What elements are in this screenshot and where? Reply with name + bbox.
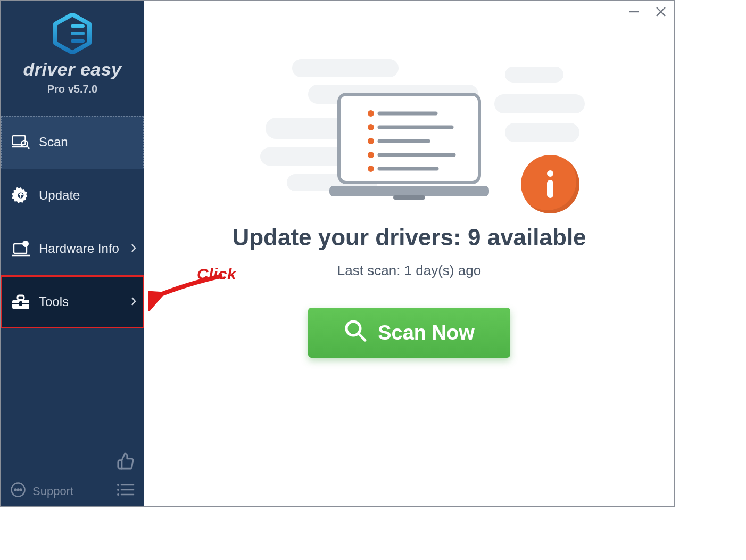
support-link[interactable]: Support	[10, 482, 73, 501]
last-scan-prefix: Last scan:	[337, 262, 404, 278]
svg-point-13	[15, 489, 16, 491]
scan-now-label: Scan Now	[378, 322, 475, 344]
svg-rect-9	[18, 295, 24, 300]
svg-point-16	[117, 484, 119, 486]
sidebar-item-tools[interactable]: Tools	[1, 275, 144, 328]
sidebar-item-scan[interactable]: Scan	[1, 116, 144, 169]
svg-rect-39	[547, 180, 553, 198]
svg-rect-11	[19, 301, 22, 306]
svg-line-41	[359, 334, 365, 340]
app-window: driver easy Pro v5.7.0 Scan	[0, 0, 675, 507]
laptop-icon	[324, 92, 494, 206]
hero-illustration	[207, 43, 611, 203]
svg-point-2	[21, 141, 28, 147]
headline-suffix: available	[480, 224, 586, 250]
feedback-thumbs-up-icon[interactable]	[117, 452, 135, 472]
sidebar-item-hardware-info[interactable]: i Hardware Info	[1, 222, 144, 275]
sidebar-nav: Scan Update	[1, 116, 144, 328]
brand-name: driver easy	[1, 59, 144, 80]
svg-point-30	[368, 124, 374, 130]
svg-point-38	[547, 170, 553, 177]
logo-block: driver easy Pro v5.7.0	[1, 1, 144, 105]
app-logo-icon	[1, 13, 144, 54]
svg-point-18	[117, 489, 119, 491]
info-badge-icon	[521, 155, 579, 213]
sidebar-footer: Support	[1, 482, 144, 501]
hardware-info-icon: i	[10, 241, 31, 257]
svg-line-3	[27, 146, 30, 149]
svg-point-15	[20, 489, 22, 491]
close-button[interactable]	[655, 6, 667, 20]
svg-point-32	[368, 138, 374, 144]
chevron-right-icon	[130, 241, 137, 256]
app-version: Pro v5.7.0	[1, 83, 144, 95]
chat-icon	[10, 482, 26, 501]
last-scan: Last scan: 1 day(s) ago	[337, 262, 481, 279]
headline-prefix: Update your drivers:	[232, 224, 468, 250]
sidebar: driver easy Pro v5.7.0 Scan	[1, 1, 144, 506]
svg-text:i: i	[25, 241, 27, 247]
svg-point-28	[368, 110, 374, 117]
minimize-button[interactable]	[628, 6, 640, 20]
headline: Update your drivers: 9 available	[232, 224, 586, 251]
scan-now-button[interactable]: Scan Now	[308, 308, 510, 358]
gear-icon	[10, 186, 31, 204]
menu-list-icon[interactable]	[117, 483, 135, 500]
window-controls	[628, 6, 667, 20]
svg-point-36	[368, 166, 374, 172]
svg-point-14	[18, 489, 19, 491]
main-panel: Update your drivers: 9 available Last sc…	[144, 1, 674, 506]
chevron-right-icon	[130, 294, 137, 309]
support-label: Support	[32, 484, 73, 498]
sidebar-item-label: Hardware Info	[39, 241, 119, 256]
svg-rect-26	[329, 186, 489, 196]
monitor-search-icon	[10, 134, 31, 150]
last-scan-value: 1 day(s) ago	[404, 262, 482, 278]
svg-rect-27	[393, 195, 425, 200]
sidebar-item-label: Update	[39, 188, 80, 203]
svg-point-20	[117, 493, 119, 496]
svg-point-34	[368, 152, 374, 158]
annotation-label: Click	[197, 265, 236, 283]
search-icon	[344, 319, 367, 347]
sidebar-item-label: Tools	[39, 294, 69, 309]
sidebar-item-label: Scan	[39, 135, 68, 150]
toolbox-icon	[10, 293, 31, 310]
sidebar-item-update[interactable]: Update	[1, 169, 144, 222]
available-count: 9	[468, 224, 480, 250]
